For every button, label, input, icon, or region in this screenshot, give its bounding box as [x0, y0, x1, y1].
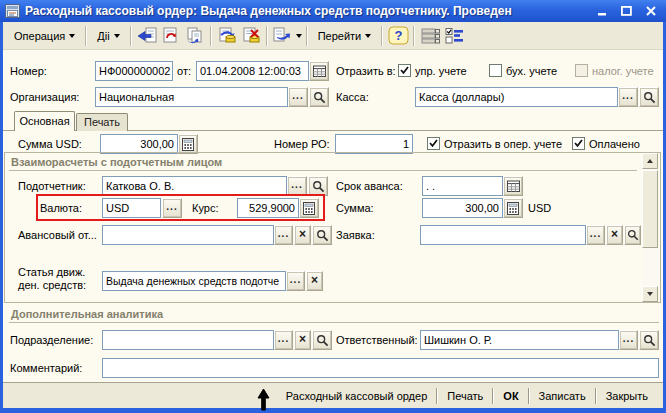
request-select-button[interactable]: ...	[586, 225, 605, 245]
srok-avansa-label: Срок аванса:	[336, 180, 403, 192]
amount-currency-label: USD	[528, 202, 551, 214]
operation-menu-button[interactable]: Операция	[7, 24, 82, 47]
calendar-icon[interactable]	[309, 61, 329, 81]
number-field[interactable]: НФ000000002	[95, 61, 173, 81]
list-settings-icon[interactable]	[418, 25, 442, 46]
kassa-magnifier-icon[interactable]	[639, 87, 659, 107]
srok-avansa-field[interactable]: . .	[422, 176, 503, 196]
department-clear-icon[interactable]: ×	[294, 330, 311, 350]
help-icon[interactable]: ?	[386, 25, 410, 46]
request-magnifier-icon[interactable]	[624, 225, 641, 245]
kassa-select-button[interactable]: ...	[618, 87, 638, 107]
group2-title: Дополнительная аналитика	[11, 308, 163, 320]
toolbar: Операция Дii	[3, 22, 663, 50]
request-field[interactable]	[420, 225, 586, 245]
kassa-field[interactable]: Касса (доллары)	[415, 87, 618, 107]
group1-line	[9, 170, 637, 171]
scroll-down-icon[interactable]	[642, 286, 658, 302]
cashflow-field[interactable]: Выдача денежных средств подотче	[102, 271, 286, 291]
org-magnifier-icon[interactable]	[309, 87, 329, 107]
ok-button[interactable]: ОК	[494, 390, 527, 402]
ro-number-field[interactable]: 1	[335, 134, 413, 154]
reflect-acc-checkbox[interactable]	[489, 64, 502, 77]
post-icon[interactable]	[215, 25, 239, 46]
srok-calendar-icon[interactable]	[503, 176, 523, 196]
tab-osnovnaya[interactable]: Основная	[14, 111, 75, 131]
advance-label: Авансовый от...	[18, 229, 97, 241]
cashflow-label-line2: ден. средств:	[18, 279, 86, 291]
window-title: Расходный кассовый ордер: Выдача денежны…	[25, 4, 512, 18]
responsible-select-button[interactable]: ...	[619, 330, 638, 350]
reflect-tax-label: налог. учете	[592, 65, 654, 77]
print-button[interactable]: Печать	[438, 390, 492, 402]
request-label: Заявка:	[336, 229, 375, 241]
back-icon[interactable]	[135, 25, 159, 46]
unpost-icon[interactable]	[239, 25, 263, 46]
based-on-icon[interactable]	[271, 25, 303, 46]
podotchetnik-select-button[interactable]: ...	[287, 176, 307, 196]
org-field[interactable]: Национальная	[95, 87, 288, 107]
amount-field[interactable]: 300,00	[422, 198, 503, 218]
reflect-acc-label: бух. учете	[506, 65, 557, 77]
advance-field[interactable]	[102, 225, 274, 245]
paid-checkbox[interactable]	[572, 137, 585, 150]
org-select-button[interactable]: ...	[288, 87, 308, 107]
goto-menu-button[interactable]: Перейти	[311, 24, 379, 47]
print-form-button[interactable]: Расходный кассовый ордер	[277, 390, 436, 402]
maximize-button[interactable]	[619, 4, 634, 18]
chevron-down-icon	[296, 34, 302, 38]
toolbar-separator	[210, 26, 212, 46]
ro-number-label: Номер РО:	[274, 138, 330, 150]
minimize-button[interactable]	[595, 4, 610, 18]
reflect-tax-checkbox	[575, 64, 588, 77]
flags-settings-icon[interactable]	[442, 25, 466, 46]
toolbar-separator	[306, 26, 308, 46]
date-label: от:	[177, 65, 191, 77]
podotchetnik-magnifier-icon[interactable]	[308, 176, 328, 196]
responsible-field[interactable]: Шишкин О. Р.	[420, 330, 619, 350]
save-button[interactable]: Записать	[530, 390, 595, 402]
title-bar[interactable]: Расходный кассовый ордер: Выдача денежны…	[0, 0, 666, 22]
department-field[interactable]	[102, 330, 274, 350]
cashflow-label-line1: Статья движ.	[18, 266, 85, 278]
toolbar-separator	[130, 26, 132, 46]
amount-calculator-icon[interactable]	[503, 198, 523, 218]
org-label: Организация:	[10, 91, 79, 103]
department-magnifier-icon[interactable]	[312, 330, 332, 350]
sum-usd-field[interactable]: 300,00	[100, 134, 178, 154]
number-label: Номер:	[10, 65, 47, 77]
cashflow-clear-icon[interactable]: ×	[306, 271, 323, 291]
department-label: Подразделение:	[10, 334, 93, 346]
oper-checkbox[interactable]	[427, 137, 440, 150]
toolbar-separator	[85, 26, 87, 46]
toolbar-separator	[413, 26, 415, 46]
comment-field[interactable]	[102, 358, 659, 378]
advance-select-button[interactable]: ...	[274, 225, 293, 245]
reflect-mgmt-label: упр. учете	[415, 65, 467, 77]
podotchetnik-field[interactable]: Каткова О. В.	[102, 176, 287, 196]
date-field[interactable]: 01.04.2008 12:00:03	[196, 61, 309, 81]
scroll-up-icon[interactable]	[642, 153, 658, 169]
request-clear-icon[interactable]: ×	[606, 225, 623, 245]
reflect-mgmt-checkbox[interactable]	[398, 64, 411, 77]
copy-icon[interactable]	[183, 25, 207, 46]
cashflow-select-button[interactable]: ...	[286, 271, 305, 291]
tab-pechat[interactable]: Печать	[76, 113, 128, 131]
close-form-button[interactable]: Закрыть	[597, 390, 657, 402]
refresh-icon[interactable]	[159, 25, 183, 46]
advance-clear-icon[interactable]: ×	[294, 225, 311, 245]
responsible-magnifier-icon[interactable]	[639, 330, 659, 350]
sum-usd-label: Сумма USD:	[18, 138, 82, 150]
group2-line	[9, 322, 659, 323]
close-button[interactable]	[643, 4, 658, 18]
footer-button-bar: Расходный кассовый ордер Печать ОК Запис…	[3, 382, 663, 408]
actions-menu-button[interactable]: Дii	[90, 24, 126, 47]
oper-checkbox-label: Отразить в опер. учете	[444, 138, 562, 150]
document-icon	[5, 4, 20, 18]
kassa-label: Касса:	[336, 91, 369, 103]
toolbar-separator	[266, 26, 268, 46]
department-select-button[interactable]: ...	[274, 330, 293, 350]
sum-usd-calculator-icon[interactable]	[178, 134, 198, 154]
scrollbar-thumb[interactable]	[642, 170, 658, 248]
advance-magnifier-icon[interactable]	[312, 225, 332, 245]
